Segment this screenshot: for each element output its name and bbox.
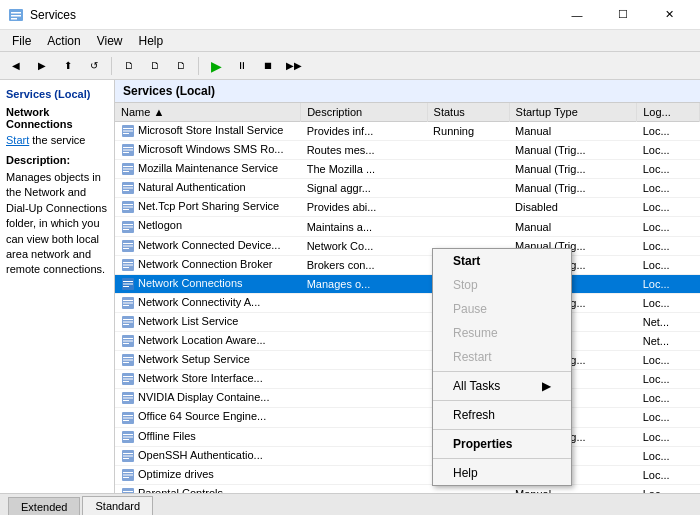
service-status	[427, 198, 509, 217]
service-desc: The Mozilla ...	[301, 160, 427, 179]
service-logon: Loc...	[637, 217, 700, 236]
table-row[interactable]: Mozilla Maintenance Service The Mozilla …	[115, 160, 700, 179]
service-desc	[301, 446, 427, 465]
ctx-help[interactable]: Help	[433, 461, 571, 485]
svg-rect-2	[11, 15, 21, 17]
svg-rect-38	[123, 283, 133, 284]
table-row[interactable]: Network Store Interface... Running Autom…	[115, 370, 700, 389]
service-name: Natural Authentication	[115, 179, 301, 198]
tab-extended[interactable]: Extended	[8, 497, 80, 515]
forward-button[interactable]: ▶	[30, 55, 54, 77]
table-row[interactable]: OpenSSH Authenticatio... Disabled Loc...	[115, 446, 700, 465]
svg-rect-55	[123, 362, 129, 363]
table-row[interactable]: Network Location Aware... Automatic Net.…	[115, 332, 700, 351]
service-status	[427, 217, 509, 236]
menu-view[interactable]: View	[89, 32, 131, 50]
menu-help[interactable]: Help	[131, 32, 172, 50]
col-logon[interactable]: Log...	[637, 103, 700, 122]
service-name: Microsoft Store Install Service	[115, 122, 301, 141]
start-service-link[interactable]: Start	[6, 134, 29, 146]
svg-rect-31	[123, 248, 129, 249]
ctx-all-tasks[interactable]: All Tasks ▶	[433, 374, 571, 398]
menu-bar: File Action View Help	[0, 30, 700, 52]
service-logon: Loc...	[637, 370, 700, 389]
service-logon: Net...	[637, 312, 700, 331]
title-bar: Services — ☐ ✕	[0, 0, 700, 30]
left-panel-title: Services (Local)	[6, 88, 108, 100]
close-button[interactable]: ✕	[646, 0, 692, 30]
description-label: Description:	[6, 154, 108, 166]
tab-standard[interactable]: Standard	[82, 496, 153, 515]
export-button[interactable]: 🗋	[117, 55, 141, 77]
svg-rect-43	[123, 305, 129, 306]
service-desc: Maintains a...	[301, 217, 427, 236]
table-row[interactable]: Natural Authentication Signal aggr... Ma…	[115, 179, 700, 198]
svg-rect-73	[123, 453, 133, 454]
ctx-start[interactable]: Start	[433, 249, 571, 273]
menu-action[interactable]: Action	[39, 32, 88, 50]
service-logon: Loc...	[637, 160, 700, 179]
service-name: Network Setup Service	[115, 351, 301, 370]
menu-file[interactable]: File	[4, 32, 39, 50]
toolbar: ◀ ▶ ⬆ ↺ 🗋 🗋 🗋 ▶ ⏸ ⏹ ▶▶	[0, 52, 700, 80]
svg-rect-6	[123, 131, 133, 132]
ctx-refresh[interactable]: Refresh	[433, 403, 571, 427]
service-startup: Manual (Trig...	[509, 160, 637, 179]
service-startup: Manual	[509, 217, 637, 236]
table-row[interactable]: NVIDIA Display Containe... Running Autom…	[115, 389, 700, 408]
col-description[interactable]: Description	[301, 103, 427, 122]
service-name: Mozilla Maintenance Service	[115, 160, 301, 179]
col-name[interactable]: Name ▲	[115, 103, 301, 122]
table-row[interactable]: Network Setup Service Manual (Trig... Lo…	[115, 351, 700, 370]
properties-button[interactable]: 🗋	[143, 55, 167, 77]
table-row[interactable]: Netlogon Maintains a... Manual Loc...	[115, 217, 700, 236]
service-desc: Manages o...	[301, 274, 427, 293]
table-row[interactable]: Parental Controls Manual Loc...	[115, 484, 700, 493]
service-desc	[301, 465, 427, 484]
refresh-button[interactable]: ↺	[82, 55, 106, 77]
svg-rect-9	[123, 147, 133, 148]
up-button[interactable]: ⬆	[56, 55, 80, 77]
help-button[interactable]: 🗋	[169, 55, 193, 77]
ctx-pause: Pause	[433, 297, 571, 321]
services-table[interactable]: Name ▲ Description Status Startup Type L…	[115, 103, 700, 493]
ctx-sep-4	[433, 458, 571, 459]
svg-rect-13	[123, 166, 133, 167]
pause-service-button[interactable]: ⏸	[230, 55, 254, 77]
toolbar-separator-1	[111, 57, 112, 75]
ctx-properties[interactable]: Properties	[433, 432, 571, 456]
svg-rect-58	[123, 379, 133, 380]
restart-service-button[interactable]: ▶▶	[282, 55, 306, 77]
table-row[interactable]: Network Connection Broker Brokers con...…	[115, 255, 700, 274]
service-status	[427, 179, 509, 198]
stop-service-button[interactable]: ⏹	[256, 55, 280, 77]
table-row[interactable]: Net.Tcp Port Sharing Service Provides ab…	[115, 198, 700, 217]
svg-rect-77	[123, 472, 133, 473]
col-status[interactable]: Status	[427, 103, 509, 122]
table-row[interactable]: Office 64 Source Engine... Manual Loc...	[115, 408, 700, 427]
svg-rect-62	[123, 398, 133, 399]
back-button[interactable]: ◀	[4, 55, 28, 77]
table-row[interactable]: Optimize drives Manual Loc...	[115, 465, 700, 484]
table-row[interactable]: Network Connectivity A... Manual (Trig..…	[115, 293, 700, 312]
service-name: Network Store Interface...	[115, 370, 301, 389]
table-row[interactable]: Network Connections Manages o... Manual …	[115, 274, 700, 293]
table-row[interactable]: Network Connected Device... Network Co..…	[115, 236, 700, 255]
minimize-button[interactable]: —	[554, 0, 600, 30]
table-row[interactable]: Microsoft Windows SMS Ro... Routes mes..…	[115, 141, 700, 160]
svg-rect-79	[123, 477, 129, 478]
table-row[interactable]: Microsoft Store Install Service Provides…	[115, 122, 700, 141]
maximize-button[interactable]: ☐	[600, 0, 646, 30]
service-startup: Manual	[509, 122, 637, 141]
link-suffix: the service	[29, 134, 85, 146]
service-logon: Loc...	[637, 255, 700, 274]
service-name: Network Connectivity A...	[115, 293, 301, 312]
table-row[interactable]: Offline Files Manual (Trig... Loc...	[115, 427, 700, 446]
service-logon: Net...	[637, 332, 700, 351]
svg-rect-27	[123, 229, 129, 230]
service-name: Microsoft Windows SMS Ro...	[115, 141, 301, 160]
table-row[interactable]: Network List Service Manual Net...	[115, 312, 700, 331]
col-startup[interactable]: Startup Type	[509, 103, 637, 122]
service-name: Net.Tcp Port Sharing Service	[115, 198, 301, 217]
start-service-button[interactable]: ▶	[204, 55, 228, 77]
